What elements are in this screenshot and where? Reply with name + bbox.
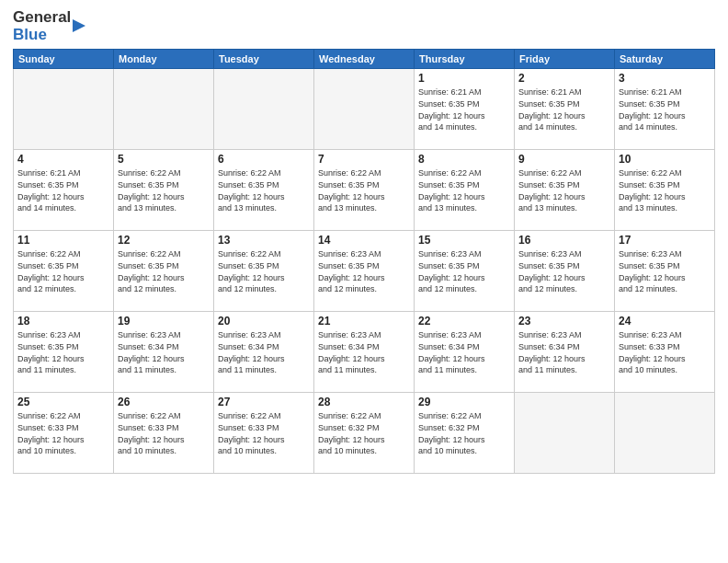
day-number: 10 [619,153,711,166]
logo-blue: Blue [13,27,71,44]
calendar-header-saturday: Saturday [615,50,715,69]
calendar-cell: 25Sunrise: 6:22 AMSunset: 6:33 PMDayligh… [14,393,114,474]
calendar-cell: 28Sunrise: 6:22 AMSunset: 6:32 PMDayligh… [314,393,415,474]
calendar-cell: 13Sunrise: 6:22 AMSunset: 6:35 PMDayligh… [214,231,314,312]
calendar-cell: 7Sunrise: 6:22 AMSunset: 6:35 PMDaylight… [314,150,415,231]
day-info: Sunrise: 6:23 AMSunset: 6:35 PMDaylight:… [418,248,510,294]
day-number: 20 [218,315,310,327]
day-info: Sunrise: 6:22 AMSunset: 6:35 PMDaylight:… [619,167,711,213]
calendar-cell: 5Sunrise: 6:22 AMSunset: 6:35 PMDaylight… [114,150,214,231]
calendar-cell: 6Sunrise: 6:22 AMSunset: 6:35 PMDaylight… [214,150,314,231]
calendar-cell [314,69,415,150]
calendar-cell: 4Sunrise: 6:21 AMSunset: 6:35 PMDaylight… [14,150,114,231]
calendar-cell: 9Sunrise: 6:22 AMSunset: 6:35 PMDaylight… [515,150,615,231]
calendar-cell [114,69,214,150]
day-number: 9 [518,153,610,166]
logo-general: General [13,9,71,27]
day-number: 6 [218,153,310,166]
svg-marker-0 [73,19,85,32]
calendar-week-row: 11Sunrise: 6:22 AMSunset: 6:35 PMDayligh… [14,231,715,312]
calendar-cell: 11Sunrise: 6:22 AMSunset: 6:35 PMDayligh… [14,231,114,312]
day-number: 17 [619,234,711,247]
calendar-header-tuesday: Tuesday [214,50,314,69]
day-info: Sunrise: 6:23 AMSunset: 6:34 PMDaylight:… [118,329,210,375]
day-number: 13 [218,234,310,247]
calendar-cell: 10Sunrise: 6:22 AMSunset: 6:35 PMDayligh… [615,150,715,231]
day-number: 15 [418,234,510,247]
day-number: 16 [518,234,610,247]
day-number: 25 [17,396,109,408]
day-info: Sunrise: 6:23 AMSunset: 6:34 PMDaylight:… [318,329,410,375]
calendar-cell: 24Sunrise: 6:23 AMSunset: 6:33 PMDayligh… [615,312,715,393]
day-number: 23 [518,315,610,327]
day-info: Sunrise: 6:22 AMSunset: 6:35 PMDaylight:… [218,248,310,294]
calendar-cell: 1Sunrise: 6:21 AMSunset: 6:35 PMDaylight… [415,69,515,150]
day-number: 11 [17,234,109,247]
day-info: Sunrise: 6:22 AMSunset: 6:33 PMDaylight:… [118,410,210,456]
calendar-cell: 3Sunrise: 6:21 AMSunset: 6:35 PMDaylight… [615,69,715,150]
day-info: Sunrise: 6:22 AMSunset: 6:35 PMDaylight:… [418,167,510,213]
calendar-cell: 14Sunrise: 6:23 AMSunset: 6:35 PMDayligh… [314,231,415,312]
day-number: 3 [619,72,711,85]
day-info: Sunrise: 6:21 AMSunset: 6:35 PMDaylight:… [518,86,610,132]
day-info: Sunrise: 6:22 AMSunset: 6:35 PMDaylight:… [118,248,210,294]
calendar-cell: 20Sunrise: 6:23 AMSunset: 6:34 PMDayligh… [214,312,314,393]
day-info: Sunrise: 6:23 AMSunset: 6:35 PMDaylight:… [17,329,109,375]
calendar-cell: 12Sunrise: 6:22 AMSunset: 6:35 PMDayligh… [114,231,214,312]
calendar-cell: 22Sunrise: 6:23 AMSunset: 6:34 PMDayligh… [415,312,515,393]
calendar-cell: 18Sunrise: 6:23 AMSunset: 6:35 PMDayligh… [14,312,114,393]
calendar-week-row: 4Sunrise: 6:21 AMSunset: 6:35 PMDaylight… [14,150,715,231]
calendar-cell [615,393,715,474]
day-number: 27 [218,396,310,408]
day-info: Sunrise: 6:22 AMSunset: 6:32 PMDaylight:… [318,410,410,456]
calendar-cell: 21Sunrise: 6:23 AMSunset: 6:34 PMDayligh… [314,312,415,393]
calendar-cell: 15Sunrise: 6:23 AMSunset: 6:35 PMDayligh… [415,231,515,312]
day-number: 22 [418,315,510,327]
calendar-header-sunday: Sunday [14,50,114,69]
day-number: 18 [17,315,109,327]
day-info: Sunrise: 6:23 AMSunset: 6:34 PMDaylight:… [218,329,310,375]
day-info: Sunrise: 6:21 AMSunset: 6:35 PMDaylight:… [17,167,109,213]
day-number: 19 [118,315,210,327]
logo-text: General Blue [13,9,71,43]
page: General Blue SundayMondayTuesdayWednesda… [0,0,728,563]
logo: General Blue [13,9,85,43]
calendar-header-friday: Friday [515,50,615,69]
day-number: 7 [318,153,410,166]
day-info: Sunrise: 6:23 AMSunset: 6:33 PMDaylight:… [619,329,711,375]
header: General Blue [13,9,715,43]
day-number: 21 [318,315,410,327]
day-info: Sunrise: 6:22 AMSunset: 6:35 PMDaylight:… [318,167,410,213]
day-info: Sunrise: 6:22 AMSunset: 6:32 PMDaylight:… [418,410,510,456]
calendar-cell [14,69,114,150]
day-number: 8 [418,153,510,166]
day-info: Sunrise: 6:21 AMSunset: 6:35 PMDaylight:… [619,86,711,132]
calendar-header-thursday: Thursday [415,50,515,69]
calendar-cell: 27Sunrise: 6:22 AMSunset: 6:33 PMDayligh… [214,393,314,474]
calendar-week-row: 18Sunrise: 6:23 AMSunset: 6:35 PMDayligh… [14,312,715,393]
calendar-cell: 26Sunrise: 6:22 AMSunset: 6:33 PMDayligh… [114,393,214,474]
logo-arrow-icon [73,19,85,36]
calendar-header-wednesday: Wednesday [314,50,415,69]
day-number: 26 [118,396,210,408]
calendar-header-monday: Monday [114,50,214,69]
day-number: 28 [318,396,410,408]
calendar-header-row: SundayMondayTuesdayWednesdayThursdayFrid… [14,50,715,69]
calendar-cell: 29Sunrise: 6:22 AMSunset: 6:32 PMDayligh… [415,393,515,474]
day-number: 1 [418,72,510,85]
calendar-cell: 16Sunrise: 6:23 AMSunset: 6:35 PMDayligh… [515,231,615,312]
day-number: 14 [318,234,410,247]
day-info: Sunrise: 6:21 AMSunset: 6:35 PMDaylight:… [418,86,510,132]
calendar-cell: 17Sunrise: 6:23 AMSunset: 6:35 PMDayligh… [615,231,715,312]
day-info: Sunrise: 6:23 AMSunset: 6:35 PMDaylight:… [318,248,410,294]
day-info: Sunrise: 6:22 AMSunset: 6:35 PMDaylight:… [118,167,210,213]
day-info: Sunrise: 6:23 AMSunset: 6:35 PMDaylight:… [619,248,711,294]
day-info: Sunrise: 6:23 AMSunset: 6:35 PMDaylight:… [518,248,610,294]
calendar-cell: 19Sunrise: 6:23 AMSunset: 6:34 PMDayligh… [114,312,214,393]
calendar-cell: 23Sunrise: 6:23 AMSunset: 6:34 PMDayligh… [515,312,615,393]
day-info: Sunrise: 6:22 AMSunset: 6:35 PMDaylight:… [518,167,610,213]
calendar-week-row: 25Sunrise: 6:22 AMSunset: 6:33 PMDayligh… [14,393,715,474]
day-info: Sunrise: 6:22 AMSunset: 6:35 PMDaylight:… [17,248,109,294]
day-number: 24 [619,315,711,327]
calendar-cell [214,69,314,150]
